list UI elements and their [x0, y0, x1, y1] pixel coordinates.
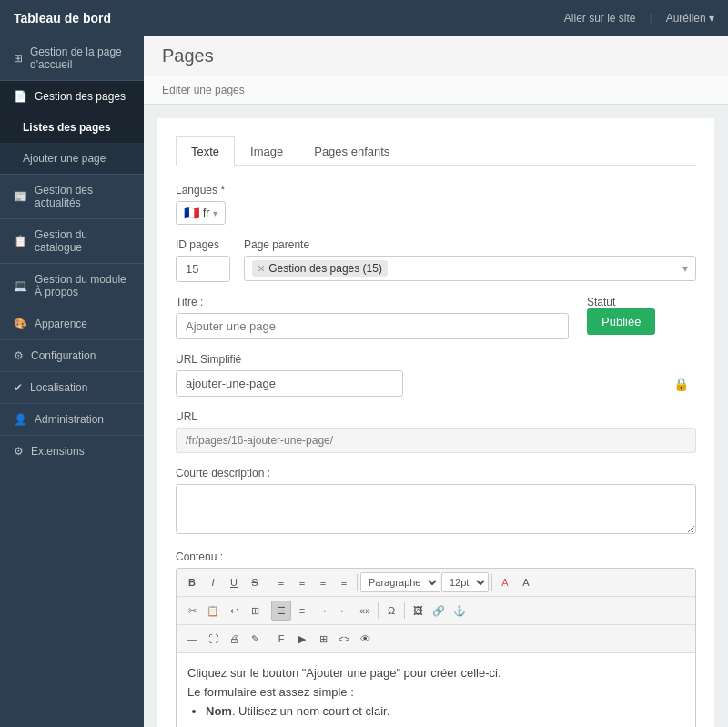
sidebar-item-module[interactable]: 💻 Gestion du module À propos — [0, 264, 144, 308]
toolbar-sep-4 — [268, 602, 268, 619]
select-arrow-icon: ▾ — [682, 262, 688, 275]
page-parente-tag: × Gestion des pages (15) — [252, 260, 388, 277]
cut-button[interactable]: ✂ — [182, 601, 202, 621]
sidebar-item-apparence[interactable]: 🎨 Apparence — [0, 308, 144, 339]
topbar-right: Aller sur le site | Aurélien ▾ — [564, 12, 714, 25]
list-item-nom: Nom. Utilisez un nom court et clair. — [206, 702, 684, 722]
sidebar-item-ajouter-page[interactable]: Ajouter une page — [0, 143, 144, 174]
align-left-button[interactable]: ≡ — [271, 572, 291, 592]
tab-image[interactable]: Image — [235, 136, 298, 166]
table-button[interactable]: ⊞ — [245, 601, 265, 621]
editor-para-2: Le formulaire est assez simple : — [187, 683, 684, 702]
main-wrapper: ⊞ Gestion de la page d'accueil 📄 Gestion… — [0, 36, 728, 727]
format-select[interactable]: Paragraphe — [360, 572, 440, 592]
url-simplifie-group: URL Simplifié 🔒 — [176, 353, 696, 397]
sidebar-item-localisation[interactable]: ✔ Localisation — [0, 372, 144, 403]
editor-list: Nom. Utilisez un nom court et clair. Aff… — [187, 702, 684, 727]
remove-tag-icon[interactable]: × — [258, 262, 265, 275]
titre-input[interactable] — [176, 313, 569, 339]
user-menu[interactable]: Aurélien ▾ — [666, 12, 714, 25]
align-center-button[interactable]: ≡ — [292, 572, 312, 592]
list-ul-button[interactable]: ☰ — [271, 601, 291, 621]
statut-button[interactable]: Publiée — [587, 308, 655, 335]
editor-para-1: Cliquez sur le bouton "Ajouter une page"… — [187, 664, 684, 683]
url-simplifie-label: URL Simplifié — [176, 353, 696, 366]
toolbar-sep-6 — [404, 602, 405, 619]
sidebar-item-administration[interactable]: 👤 Administration — [0, 404, 144, 435]
list-ol-button[interactable]: ≡ — [292, 601, 312, 621]
sidebar-item-extensions[interactable]: ⚙ Extensions — [0, 436, 144, 467]
font-bg-button[interactable]: A — [516, 572, 536, 592]
page-parente-col: Page parente × Gestion des pages (15) ▾ — [244, 238, 696, 281]
sidebar: ⊞ Gestion de la page d'accueil 📄 Gestion… — [0, 36, 144, 727]
indent-button[interactable]: → — [313, 601, 333, 621]
topbar: Tableau de bord Aller sur le site | Auré… — [0, 0, 728, 36]
preview-button[interactable]: 👁 — [355, 629, 375, 649]
anchor-button[interactable]: ⚓ — [450, 601, 470, 621]
site-link[interactable]: Aller sur le site — [564, 12, 636, 25]
sidebar-item-actualites[interactable]: 📰 Gestion des actualités — [0, 175, 144, 218]
id-parente-row: ID pages Page parente × Gestion des page… — [176, 238, 696, 282]
undo-button[interactable]: ↩ — [224, 601, 244, 621]
image-button[interactable]: 🖼 — [408, 601, 428, 621]
align-right-button[interactable]: ≡ — [313, 572, 333, 592]
spell-button[interactable]: ✎ — [245, 629, 265, 649]
lang-select[interactable]: 🇫🇷 fr ▾ — [176, 201, 226, 225]
page-icon: 📄 — [14, 90, 27, 103]
url-simplifie-wrapper: 🔒 — [176, 370, 696, 397]
breadcrumb: Editer une pages — [144, 76, 728, 105]
strikethrough-button[interactable]: S — [245, 572, 265, 592]
catalogue-icon: 📋 — [14, 235, 27, 247]
url-group: URL /fr/pages/16-ajouter-une-page/ — [176, 410, 696, 453]
sidebar-item-catalogue[interactable]: 📋 Gestion du catalogue — [0, 219, 144, 263]
id-pages-input[interactable] — [176, 256, 230, 282]
blockquote-button[interactable]: «» — [355, 601, 375, 621]
font-color-button[interactable]: A — [495, 572, 515, 592]
play-button[interactable]: ▶ — [292, 629, 312, 649]
embed-button[interactable]: ⊞ — [313, 629, 333, 649]
underline-button[interactable]: U — [224, 572, 244, 592]
courte-desc-label: Courte description : — [176, 467, 696, 480]
contenu-group: Contenu : B I U S ≡ ≡ ≡ ≡ — [176, 550, 696, 727]
sidebar-item-accueil[interactable]: ⊞ Gestion de la page d'accueil — [0, 36, 144, 80]
langues-label: Langues * — [176, 184, 696, 197]
tab-texte[interactable]: Texte — [176, 136, 235, 166]
link-button[interactable]: 🔗 — [429, 601, 449, 621]
italic-button[interactable]: I — [203, 572, 223, 592]
page-parente-label: Page parente — [244, 238, 696, 251]
code-button[interactable]: <> — [334, 629, 354, 649]
flag-icon: 🇫🇷 — [184, 206, 199, 220]
courte-desc-textarea[interactable] — [176, 484, 696, 534]
editor-toolbar-3: — ⛶ 🖨 ✎ F ▶ ⊞ <> 👁 — [177, 625, 695, 653]
tab-pages-enfants[interactable]: Pages enfants — [298, 136, 405, 166]
fontsize-select[interactable]: 12pt — [441, 572, 489, 592]
url-simplifie-input[interactable] — [176, 370, 403, 397]
special-chars-button[interactable]: Ω — [381, 601, 401, 621]
statut-col: Statut Publiée — [587, 296, 696, 335]
sidebar-item-gestion-pages[interactable]: 📄 Gestion des pages — [0, 81, 144, 112]
apparence-icon: 🎨 — [14, 318, 27, 330]
align-justify-button[interactable]: ≡ — [334, 572, 354, 592]
paste-button[interactable]: 📋 — [203, 601, 223, 621]
editor-content[interactable]: Cliquez sur le bouton "Ajouter une page"… — [177, 653, 695, 727]
format-btn[interactable]: F — [271, 629, 291, 649]
bold-button[interactable]: B — [182, 572, 202, 592]
hr-button[interactable]: — — [182, 629, 202, 649]
page-parente-select[interactable]: × Gestion des pages (15) ▾ — [244, 256, 696, 281]
form-container: Texte Image Pages enfants Langues * 🇫🇷 f… — [157, 118, 714, 727]
fullscreen-button[interactable]: ⛶ — [203, 629, 223, 649]
print-button[interactable]: 🖨 — [224, 629, 244, 649]
url-readonly: /fr/pages/16-ajouter-une-page/ — [176, 428, 696, 453]
editor-wrapper: B I U S ≡ ≡ ≡ ≡ Paragraphe — [176, 568, 696, 727]
editor-toolbar-2: ✂ 📋 ↩ ⊞ ☰ ≡ → ← «» Ω 🖼 🔗 — [177, 597, 695, 625]
content: Pages Editer une pages Texte Image Pages… — [144, 36, 728, 727]
sidebar-item-listes-pages[interactable]: Listes des pages — [0, 112, 144, 143]
outdent-button[interactable]: ← — [334, 601, 354, 621]
lock-icon: 🔒 — [673, 377, 689, 391]
sidebar-item-configuration[interactable]: ⚙ Configuration — [0, 340, 144, 371]
langues-group: Langues * 🇫🇷 fr ▾ — [176, 184, 696, 225]
id-pages-col: ID pages — [176, 238, 230, 282]
toolbar-sep-1 — [268, 574, 268, 591]
titre-label: Titre : — [176, 296, 569, 308]
toolbar-sep-7 — [268, 631, 268, 647]
